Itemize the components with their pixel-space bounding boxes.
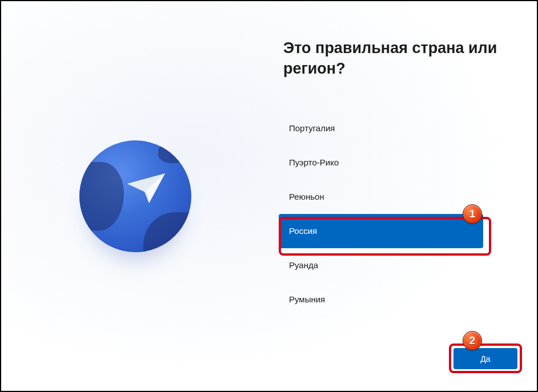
page-heading: Это правильная страна или регион?	[273, 38, 537, 79]
paper-plane-icon	[126, 172, 166, 204]
country-item-puerto-rico[interactable]: Пуэрто-Рико	[279, 146, 483, 180]
country-item-portugal[interactable]: Португалия	[279, 111, 483, 146]
country-item-reunion[interactable]: Реюньон	[279, 180, 483, 214]
illustration-panel	[1, 1, 270, 391]
annotation-badge-1: 1	[463, 204, 482, 224]
country-list[interactable]: Португалия Пуэрто-Рико Реюньон Россия Ру…	[279, 111, 483, 317]
country-item-romania[interactable]: Румыния	[279, 282, 483, 317]
content-panel: Это правильная страна или регион? Португ…	[273, 1, 537, 391]
setup-screen: Это правильная страна или регион? Португ…	[0, 0, 538, 392]
country-item-russia[interactable]: Россия	[279, 214, 483, 248]
country-item-rwanda[interactable]: Руанда	[279, 248, 483, 282]
yes-button[interactable]: Да	[453, 348, 517, 369]
annotation-badge-2: 2	[463, 331, 482, 350]
globe-icon	[79, 140, 191, 252]
